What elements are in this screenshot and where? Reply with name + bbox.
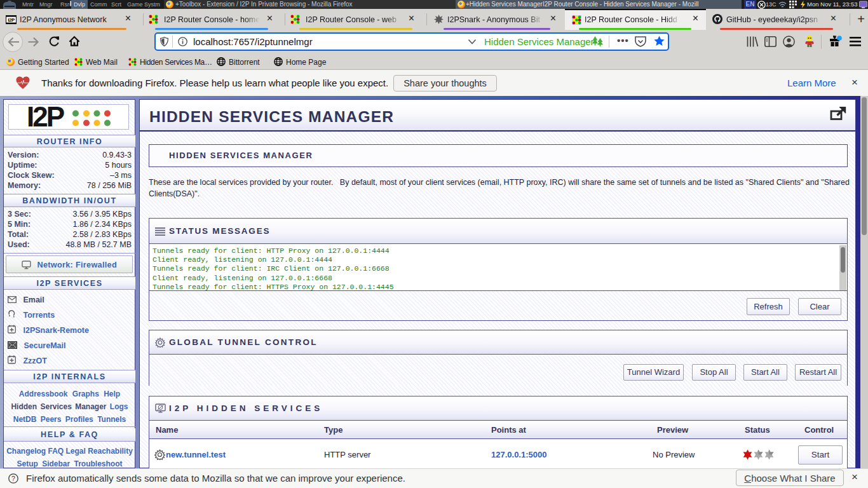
- svg-text:?: ?: [11, 475, 15, 482]
